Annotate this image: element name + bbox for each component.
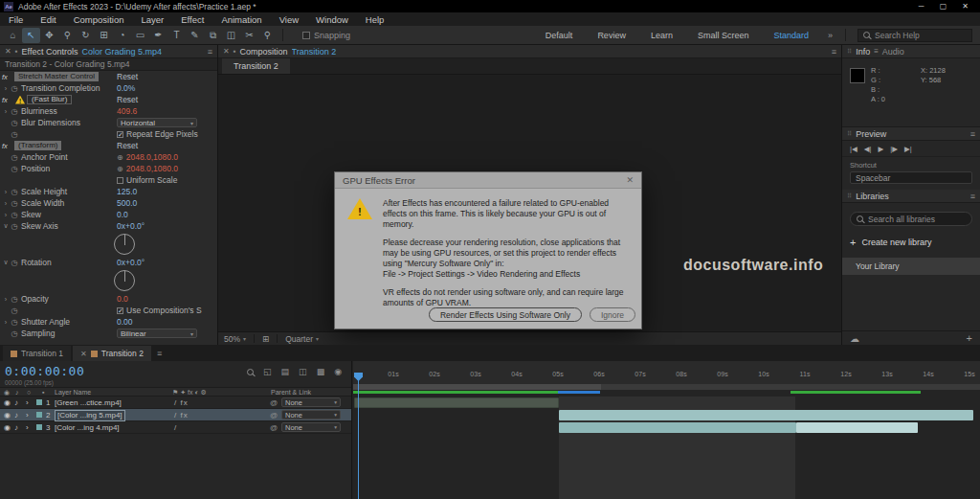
- panel-menu-icon[interactable]: ≡: [208, 47, 212, 57]
- pan-camera-tool[interactable]: ⊞: [95, 28, 113, 43]
- workspace-small-screen[interactable]: Small Screen: [685, 31, 762, 40]
- orbit-camera-tool[interactable]: ↻: [77, 28, 95, 43]
- first-frame-button[interactable]: |◀: [850, 145, 858, 153]
- property-value[interactable]: 0.0: [117, 294, 128, 304]
- layer-color-label[interactable]: [36, 412, 42, 418]
- timeline-tab-transition-1[interactable]: Transition 1: [3, 346, 71, 361]
- menu-item-layer[interactable]: Layer: [133, 14, 173, 25]
- menu-item-file[interactable]: File: [0, 14, 32, 25]
- stopwatch-icon[interactable]: ◷: [10, 318, 19, 327]
- frame-blending-icon[interactable]: ▩: [317, 367, 325, 376]
- pickwhip-icon[interactable]: @: [270, 409, 278, 421]
- stopwatch-icon[interactable]: ◷: [10, 259, 19, 267]
- eye-icon[interactable]: ◉: [4, 397, 11, 409]
- property-dropdown[interactable]: Horizontal▾: [117, 118, 197, 127]
- stopwatch-icon[interactable]: ◷: [10, 188, 19, 196]
- property-value[interactable]: 2048.0,1080.0: [126, 152, 178, 162]
- motion-blur-icon[interactable]: ◉: [334, 367, 342, 376]
- menu-item-view[interactable]: View: [271, 14, 307, 25]
- twirl-icon[interactable]: ›: [2, 108, 10, 115]
- reset-button[interactable]: Reset: [117, 72, 138, 81]
- twirl-icon[interactable]: ›: [26, 409, 29, 421]
- twirl-icon[interactable]: ›: [26, 421, 29, 434]
- stopwatch-icon[interactable]: ◷: [10, 153, 19, 162]
- panel-menu-icon[interactable]: ≡: [832, 47, 836, 57]
- workspace-review[interactable]: Review: [585, 31, 638, 40]
- stopwatch-icon[interactable]: ◷: [10, 306, 19, 315]
- parent-link-column-label[interactable]: Parent & Link: [271, 388, 311, 397]
- resolution-dropdown[interactable]: Quarter ▾: [285, 334, 319, 344]
- clone-stamp-tool[interactable]: ⧉: [204, 28, 222, 43]
- pen-tool[interactable]: ✒: [149, 28, 167, 43]
- layer-color-label[interactable]: [36, 424, 42, 430]
- twirl-icon[interactable]: ›: [2, 212, 10, 218]
- twirl-icon[interactable]: ›: [2, 296, 10, 303]
- twirl-icon[interactable]: ›: [2, 200, 10, 207]
- twirl-icon[interactable]: ›: [26, 397, 29, 409]
- stopwatch-icon[interactable]: ◷: [10, 222, 19, 231]
- tab-preview[interactable]: Preview: [856, 129, 886, 139]
- checkbox[interactable]: [117, 177, 123, 184]
- property-value[interactable]: 0.0%: [117, 83, 135, 93]
- audio-icon[interactable]: ♪: [14, 397, 18, 409]
- tab-info[interactable]: Info: [856, 47, 870, 57]
- panel-menu-icon[interactable]: ≡: [874, 47, 879, 56]
- previous-frame-button[interactable]: ◀|: [864, 145, 872, 153]
- close-button[interactable]: ✕: [954, 2, 976, 11]
- twirl-icon[interactable]: ›: [2, 319, 10, 326]
- tab-audio[interactable]: Audio: [882, 47, 904, 57]
- workspace-learn[interactable]: Learn: [638, 31, 685, 40]
- property-value[interactable]: 2048.0,1080.0: [126, 164, 178, 173]
- brush-tool[interactable]: ✎: [186, 28, 204, 43]
- type-tool[interactable]: T: [167, 28, 186, 43]
- add-panel-icon[interactable]: +: [967, 332, 972, 344]
- audio-icon[interactable]: ♪: [14, 409, 18, 421]
- zoom-tool[interactable]: ⚲: [58, 28, 77, 43]
- workspace-overflow-icon[interactable]: »: [821, 31, 839, 40]
- layer-switches[interactable]: / fx: [174, 397, 189, 409]
- cloud-sync-icon[interactable]: ☁: [850, 333, 859, 344]
- layer-bar-3-extension[interactable]: [796, 422, 918, 433]
- play-button[interactable]: ▶: [878, 145, 883, 153]
- your-library-item[interactable]: Your Library: [842, 258, 980, 275]
- hand-tool[interactable]: ✥: [40, 28, 58, 43]
- audio-icon[interactable]: ♪: [14, 421, 18, 434]
- snapping-checkbox[interactable]: [302, 32, 310, 39]
- checkbox[interactable]: ✓: [117, 307, 123, 314]
- workspace-standard[interactable]: Standard: [761, 31, 821, 40]
- libraries-search-input[interactable]: Search all libraries: [850, 212, 972, 226]
- eye-icon[interactable]: ◉: [4, 409, 11, 421]
- property-value[interactable]: 500.0: [117, 198, 137, 208]
- stopwatch-icon[interactable]: ◷: [10, 119, 19, 127]
- composition-mini-flowchart-icon[interactable]: ◱: [263, 367, 272, 376]
- panel-menu-icon[interactable]: ≡: [157, 349, 162, 358]
- rotation-dial[interactable]: [114, 270, 135, 291]
- stopwatch-icon[interactable]: ◷: [10, 107, 19, 116]
- render-effects-software-only-button[interactable]: Render Effects Using Software Only: [429, 307, 582, 322]
- twirl-icon[interactable]: ›: [2, 189, 10, 195]
- mask-shape-tool[interactable]: ▭: [131, 28, 149, 43]
- maximize-button[interactable]: ▢: [932, 2, 954, 11]
- menu-item-edit[interactable]: Edit: [32, 14, 64, 25]
- parent-link-dropdown[interactable]: None▾: [281, 397, 341, 407]
- playhead-line[interactable]: [358, 373, 359, 499]
- shy-layers-icon[interactable]: ◫: [299, 367, 307, 376]
- layer-switches[interactable]: /: [174, 421, 177, 434]
- rotation-dial[interactable]: [114, 234, 135, 255]
- property-value[interactable]: 125.0: [117, 187, 137, 196]
- menu-item-composition[interactable]: Composition: [65, 14, 133, 25]
- composition-tab-title[interactable]: Composition: [240, 47, 288, 57]
- property-value[interactable]: 0.0: [117, 210, 128, 219]
- layer-name[interactable]: [Color ...ing 4.mp4]: [55, 421, 120, 434]
- stopwatch-icon[interactable]: ◷: [10, 329, 19, 338]
- home-tool[interactable]: ⌂: [4, 28, 22, 43]
- dialog-close-icon[interactable]: ✕: [626, 175, 634, 185]
- menu-item-animation[interactable]: Animation: [212, 14, 270, 25]
- stopwatch-icon[interactable]: ◷: [10, 130, 19, 139]
- layer-row-1[interactable]: ◉♪›1[Green ...ctice.mp4]/ fx@None▾: [0, 397, 351, 409]
- panel-menu-icon[interactable]: ≡: [970, 129, 975, 139]
- layer-name[interactable]: [Color ...ing 5.mp4]: [55, 410, 125, 421]
- timeline-tab-transition-2[interactable]: ✕ Transition 2: [73, 346, 151, 361]
- dolly-camera-tool[interactable]: ◔: [113, 28, 131, 43]
- close-icon[interactable]: ✕: [80, 350, 87, 358]
